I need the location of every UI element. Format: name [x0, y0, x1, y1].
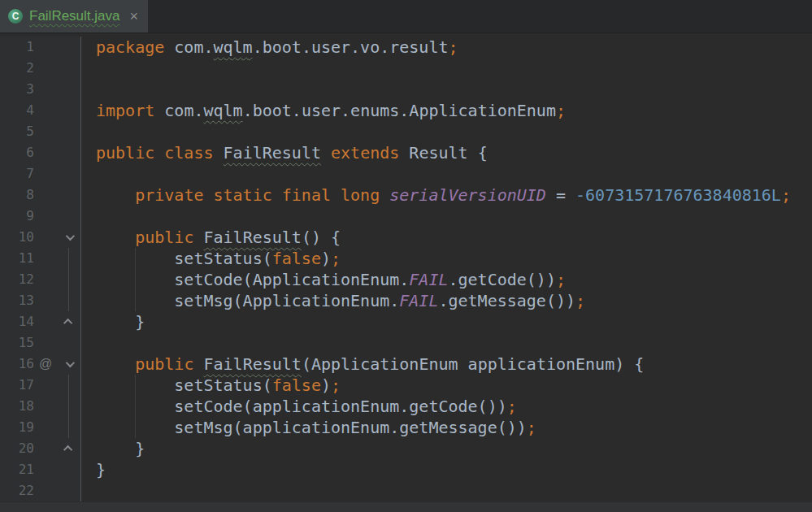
line-number[interactable]: 22 [0, 480, 34, 501]
fold-gutter [57, 269, 81, 290]
token-p: setMsg(applicationEnum.getMessage()) [96, 418, 527, 437]
code-text [81, 163, 96, 184]
code-line[interactable]: 2 [0, 58, 812, 79]
line-number[interactable]: 19 [0, 417, 34, 438]
token-o: ; [575, 291, 585, 310]
code-line[interactable]: 8 private static final long serialVersio… [0, 184, 812, 206]
line-number[interactable]: 18 [0, 396, 34, 417]
line-number[interactable]: 5 [0, 121, 34, 142]
code-line[interactable]: 4import com.wqlm.boot.user.enums.Applica… [0, 100, 812, 121]
line-number[interactable]: 9 [0, 206, 34, 227]
code-line[interactable]: 21} [0, 459, 812, 480]
code-line[interactable]: 20 } [0, 438, 812, 459]
code-line[interactable]: 7 [0, 163, 812, 184]
code-line[interactable]: 5 [0, 121, 812, 142]
fold-gutter [57, 227, 81, 248]
token-p: setStatus( [96, 375, 272, 395]
annotation-gutter [34, 37, 57, 58]
token-k: public [135, 354, 203, 374]
fold-region-start-icon[interactable] [65, 232, 74, 241]
token-k: package [96, 37, 174, 57]
tab-failresult-java[interactable]: C FailResult.java × [0, 0, 148, 33]
code-line[interactable]: 10 public FailResult() { [0, 227, 812, 248]
token-k: extends [321, 143, 409, 163]
code-line[interactable]: 22 [0, 480, 812, 501]
line-number[interactable]: 17 [0, 375, 34, 396]
line-number[interactable]: 10 [0, 227, 34, 248]
fold-gutter [57, 396, 81, 417]
line-number[interactable]: 8 [0, 184, 34, 206]
fold-gutter [57, 459, 81, 480]
code-line[interactable]: 12 setCode(ApplicationEnum.FAIL.getCode(… [0, 269, 812, 290]
fold-gutter [57, 354, 81, 375]
fold-gutter [57, 332, 81, 354]
line-number[interactable]: 21 [0, 459, 34, 480]
annotation-gutter [34, 58, 57, 79]
code-text: setStatus(false); [81, 248, 341, 269]
token-p [96, 354, 135, 374]
code-text [81, 79, 96, 100]
code-line[interactable]: 16@ public FailResult(ApplicationEnum ap… [0, 354, 812, 375]
line-number[interactable]: 20 [0, 438, 34, 459]
token-o: ; [556, 270, 566, 289]
line-number[interactable]: 1 [0, 37, 34, 58]
tab-close-icon[interactable]: × [130, 9, 139, 24]
line-number[interactable]: 4 [0, 100, 34, 121]
line-number[interactable]: 16 [0, 354, 34, 375]
code-line[interactable]: 19 setMsg(applicationEnum.getMessage()); [0, 417, 812, 438]
annotation-gutter [34, 375, 57, 396]
token-p: .boot.user.enums.ApplicationEnum [243, 101, 556, 120]
annotation-gutter [34, 142, 57, 163]
bottom-strip [0, 502, 812, 512]
code-line[interactable]: 17 setStatus(false); [0, 375, 812, 396]
token-f: serialVersionUID [389, 185, 546, 205]
fold-gutter [57, 121, 81, 142]
fold-gutter [57, 311, 81, 332]
line-number[interactable]: 12 [0, 269, 34, 290]
annotation-gutter [34, 269, 57, 290]
code-text [81, 58, 96, 79]
annotation-gutter [34, 184, 57, 206]
fold-gutter [57, 100, 81, 121]
token-p: .getCode()) [448, 270, 555, 289]
token-k: private static final long [135, 185, 389, 205]
token-num: -6073157176763840816L [575, 185, 781, 205]
code-text: } [81, 311, 145, 332]
token-o: ; [331, 375, 341, 395]
fold-region-end-icon[interactable] [63, 445, 72, 454]
code-line[interactable]: 14 } [0, 311, 812, 332]
annotation-gutter [34, 438, 57, 459]
code-line[interactable]: 13 setMsg(ApplicationEnum.FAIL.getMessag… [0, 290, 812, 311]
code-line[interactable]: 3 [0, 79, 812, 100]
token-p: com. [164, 101, 203, 120]
annotation-gutter-icon[interactable]: @ [34, 354, 57, 375]
fold-region-start-icon[interactable] [65, 358, 74, 367]
code-line[interactable]: 1package com.wqlm.boot.user.vo.result; [0, 37, 812, 58]
line-number[interactable]: 3 [0, 79, 34, 100]
token-p: Result { [409, 143, 487, 163]
line-number[interactable]: 13 [0, 290, 34, 311]
code-line[interactable]: 18 setCode(applicationEnum.getCode()); [0, 396, 812, 417]
token-o: ; [781, 185, 791, 205]
line-number[interactable]: 14 [0, 311, 34, 332]
line-number[interactable]: 11 [0, 248, 34, 269]
line-number[interactable]: 7 [0, 163, 34, 184]
code-line[interactable]: 15 [0, 332, 812, 354]
fold-region-end-icon[interactable] [63, 319, 72, 328]
line-number[interactable]: 2 [0, 58, 34, 79]
line-number[interactable]: 15 [0, 332, 34, 354]
fold-gutter [57, 184, 81, 206]
code-line[interactable]: 6public class FailResult extends Result … [0, 142, 812, 163]
token-o: ; [331, 249, 341, 268]
annotation-gutter [34, 332, 57, 354]
token-p [96, 185, 135, 205]
code-line[interactable]: 9 [0, 206, 812, 227]
annotation-gutter [34, 163, 57, 184]
fold-gutter [57, 417, 81, 438]
code-area[interactable]: 1package com.wqlm.boot.user.vo.result;23… [0, 33, 812, 501]
line-number[interactable]: 6 [0, 142, 34, 163]
token-k: public class [96, 143, 224, 163]
annotation-gutter [34, 121, 57, 142]
java-class-icon: C [8, 9, 23, 24]
code-line[interactable]: 11 setStatus(false); [0, 248, 812, 269]
